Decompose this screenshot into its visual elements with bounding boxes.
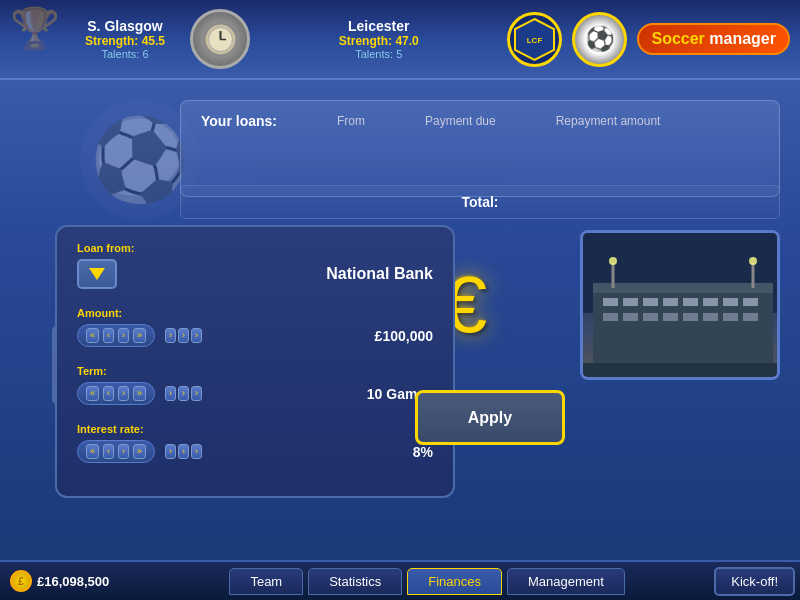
tab-team[interactable]: Team <box>229 568 303 595</box>
svg-rect-26 <box>583 363 780 380</box>
loan-form-panel: Loan from: National Bank Amount: « ‹ › » <box>55 225 455 498</box>
svg-rect-12 <box>643 298 658 306</box>
amount-next-next[interactable]: » <box>133 328 146 343</box>
svg-rect-13 <box>663 298 678 306</box>
svg-rect-19 <box>623 313 638 321</box>
interest-row: « ‹ › » › › › 8% <box>77 440 433 463</box>
svg-point-29 <box>609 257 617 265</box>
amount-field: Amount: « ‹ › » › › › £100,000 <box>77 307 433 347</box>
term-next[interactable]: › <box>118 386 129 401</box>
term-prev[interactable]: ‹ <box>103 386 114 401</box>
total-label: Total: <box>461 194 498 210</box>
amount-arrow-r1[interactable]: › <box>165 328 176 343</box>
loan-from-label: Loan from: <box>77 242 433 254</box>
svg-rect-15 <box>703 298 718 306</box>
tab-team-label: Team <box>250 574 282 589</box>
right-team-strength: Strength: 47.0 <box>339 34 419 48</box>
term-prev-prev[interactable]: « <box>86 386 99 401</box>
trophy-icon: 🏆 <box>10 6 60 50</box>
svg-text:LCF: LCF <box>527 36 543 45</box>
loan-from-field: Loan from: National Bank <box>77 242 433 289</box>
svg-marker-6 <box>89 268 105 280</box>
amount-label: Amount: <box>77 307 433 319</box>
interest-arrow-r1[interactable]: › <box>165 444 176 459</box>
apply-button[interactable]: Apply <box>415 390 565 445</box>
loans-table-area <box>201 134 759 184</box>
nav-tabs: Team Statistics Finances Management <box>140 568 714 595</box>
loan-from-row: National Bank <box>77 259 433 289</box>
interest-arrows-right: › › › <box>165 444 202 459</box>
interest-stepper[interactable]: « ‹ › » <box>77 440 155 463</box>
total-row: Total: <box>180 185 780 219</box>
svg-rect-21 <box>663 313 678 321</box>
term-arrow-r1[interactable]: › <box>165 386 176 401</box>
svg-rect-16 <box>723 298 738 306</box>
tab-finances-label: Finances <box>428 574 481 589</box>
term-arrow-r2[interactable]: › <box>178 386 189 401</box>
svg-point-30 <box>749 257 757 265</box>
amount-row: « ‹ › » › › › £100,000 <box>77 324 433 347</box>
svg-rect-17 <box>743 298 758 306</box>
apply-label: Apply <box>468 409 512 427</box>
leicester-badge: LCF <box>507 12 562 67</box>
tab-management-label: Management <box>528 574 604 589</box>
svg-rect-24 <box>723 313 738 321</box>
svg-rect-18 <box>603 313 618 321</box>
center-clock-emblem <box>190 9 250 69</box>
interest-prev[interactable]: ‹ <box>103 444 114 459</box>
term-arrows-right: › › › <box>165 386 202 401</box>
amount-prev-prev[interactable]: « <box>86 328 99 343</box>
loans-col-from: From <box>337 114 365 128</box>
left-team-strength: Strength: 45.5 <box>85 34 165 48</box>
svg-rect-8 <box>593 283 773 363</box>
interest-arrow-r3[interactable]: › <box>191 444 202 459</box>
interest-next-next[interactable]: » <box>133 444 146 459</box>
right-team-info: Leicester Strength: 47.0 Talents: 5 <box>324 13 434 65</box>
amount-arrow-r2[interactable]: › <box>178 328 189 343</box>
tab-finances[interactable]: Finances <box>407 568 502 595</box>
svg-rect-25 <box>743 313 758 321</box>
bank-name-value: National Bank <box>127 265 433 283</box>
money-display: £ £16,098,500 <box>0 570 140 592</box>
brand-manager: manager <box>709 30 776 47</box>
interest-label: Interest rate: <box>77 423 433 435</box>
amount-arrow-r3[interactable]: › <box>191 328 202 343</box>
kickoff-label: Kick-off! <box>731 574 778 589</box>
tab-statistics[interactable]: Statistics <box>308 568 402 595</box>
amount-stepper[interactable]: « ‹ › » <box>77 324 155 347</box>
brand-soccer: Soccer <box>651 30 704 47</box>
svg-rect-20 <box>643 313 658 321</box>
header: 🏆 S. Glasgow Strength: 45.5 Talents: 6 L… <box>0 0 800 80</box>
interest-value: 8% <box>212 444 433 460</box>
right-section: LCF ⚽ Soccer manager <box>507 12 800 67</box>
left-team-talents: Talents: 6 <box>101 48 148 60</box>
trophy-area: 🏆 <box>10 5 70 75</box>
term-value: 10 Games <box>212 386 433 402</box>
term-label: Term: <box>77 365 433 377</box>
interest-next[interactable]: › <box>118 444 129 459</box>
loans-col-repayment: Repayment amount <box>556 114 661 128</box>
tab-management[interactable]: Management <box>507 568 625 595</box>
svg-rect-23 <box>703 313 718 321</box>
term-row: « ‹ › » › › › 10 Games <box>77 382 433 405</box>
amount-prev[interactable]: ‹ <box>103 328 114 343</box>
kickoff-button[interactable]: Kick-off! <box>714 567 795 596</box>
interest-prev-prev[interactable]: « <box>86 444 99 459</box>
money-amount: £16,098,500 <box>37 574 109 589</box>
term-arrow-r3[interactable]: › <box>191 386 202 401</box>
right-team-name: Leicester <box>348 18 409 34</box>
stadium-building <box>583 233 777 377</box>
amount-next[interactable]: › <box>118 328 129 343</box>
loan-from-dropdown[interactable] <box>77 259 117 289</box>
bottom-nav: £ £16,098,500 Team Statistics Finances M… <box>0 560 800 600</box>
term-stepper[interactable]: « ‹ › » <box>77 382 155 405</box>
amount-value: £100,000 <box>212 328 433 344</box>
svg-rect-10 <box>603 298 618 306</box>
svg-rect-11 <box>623 298 638 306</box>
main-area: ⚽ Your loans: From Payment due Repayment… <box>0 80 800 540</box>
loans-header: Your loans: From Payment due Repayment a… <box>201 113 759 129</box>
interest-arrow-r2[interactable]: › <box>178 444 189 459</box>
term-next-next[interactable]: » <box>133 386 146 401</box>
amount-arrows-right: › › › <box>165 328 202 343</box>
svg-rect-9 <box>593 283 773 293</box>
